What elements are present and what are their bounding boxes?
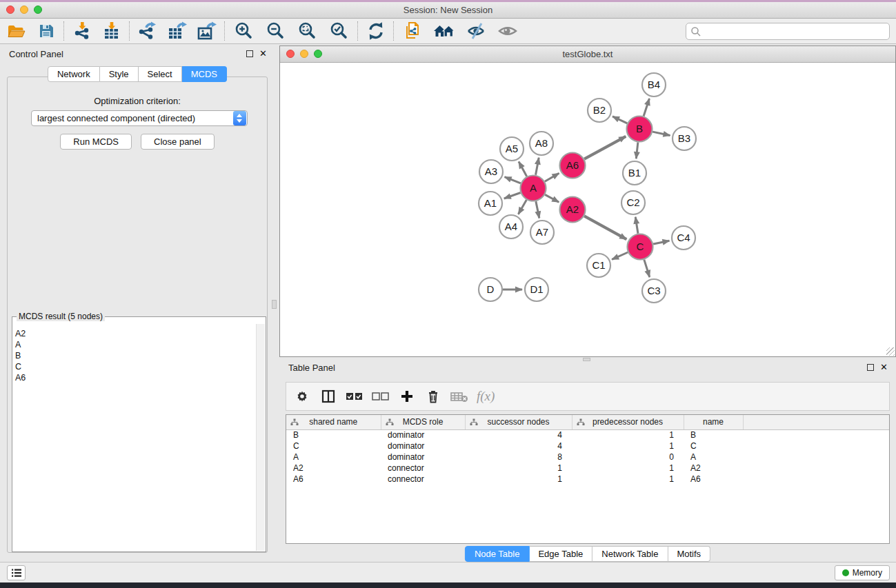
- graph-edge-A-A3[interactable]: [505, 177, 521, 183]
- cell-shared-name[interactable]: C: [286, 440, 381, 452]
- network-graph[interactable]: B4B2BB3A5A8A6B1A3AC2A1A2A4A7C4CC1C3DD1: [280, 63, 895, 356]
- select-all-icon[interactable]: [341, 385, 368, 408]
- tab-style[interactable]: Style: [100, 66, 139, 82]
- graph-edge-B-B2[interactable]: [613, 116, 627, 123]
- table-tab-motifs[interactable]: Motifs: [668, 546, 710, 562]
- graph-edge-A-A6[interactable]: [545, 173, 559, 181]
- cell-predecessor-nodes[interactable]: 1: [572, 474, 684, 485]
- graph-edge-B-B3[interactable]: [653, 132, 670, 135]
- graph-node-C4[interactable]: C4: [672, 226, 695, 250]
- graph-edge-B-B4[interactable]: [644, 99, 649, 116]
- graph-node-B1[interactable]: B1: [623, 161, 646, 185]
- cell-successor-nodes[interactable]: 8: [465, 452, 572, 463]
- criterion-dropdown[interactable]: largest connected component (directed): [31, 110, 248, 126]
- graph-node-C2[interactable]: C2: [621, 191, 645, 214]
- graph-edge-C-C1[interactable]: [612, 252, 628, 259]
- cell-MCDS-role[interactable]: dominator: [381, 440, 465, 452]
- float-panel-icon[interactable]: [246, 50, 253, 57]
- search-box[interactable]: [686, 23, 890, 40]
- zoom-out-icon[interactable]: [259, 21, 291, 41]
- mcds-result-item[interactable]: A2: [15, 328, 266, 339]
- graph-edge-A2-C[interactable]: [584, 216, 626, 239]
- save-session-icon[interactable]: [31, 21, 61, 41]
- table-row[interactable]: A2connector11A2: [286, 463, 889, 474]
- table-tab-network-table[interactable]: Network Table: [593, 546, 668, 562]
- cell-successor-nodes[interactable]: 1: [465, 474, 572, 485]
- run-mcds-button[interactable]: Run MCDS: [60, 134, 132, 150]
- cell-name[interactable]: C: [684, 440, 743, 452]
- table-row[interactable]: Bdominator41B: [286, 429, 889, 440]
- table-tab-edge-table[interactable]: Edge Table: [529, 546, 593, 562]
- memory-button[interactable]: Memory: [835, 565, 890, 580]
- graph-edge-A-A1[interactable]: [504, 193, 521, 199]
- column-header-successor-nodes[interactable]: successor nodes: [465, 415, 572, 429]
- delete-table-icon[interactable]: [446, 385, 472, 408]
- cell-name[interactable]: B: [684, 429, 743, 440]
- show-all-icon[interactable]: [492, 21, 524, 41]
- cell-shared-name[interactable]: B: [286, 429, 381, 440]
- cell-predecessor-nodes[interactable]: 0: [572, 452, 684, 463]
- graph-node-A8[interactable]: A8: [530, 132, 553, 155]
- add-column-icon[interactable]: [394, 385, 420, 408]
- graph-edge-A-A5[interactable]: [519, 161, 527, 176]
- graph-node-C1[interactable]: C1: [587, 254, 610, 277]
- search-input[interactable]: [701, 25, 889, 39]
- column-header-name[interactable]: name: [684, 415, 743, 429]
- table-row[interactable]: Cdominator41C: [286, 440, 889, 452]
- close-panel-icon[interactable]: ✕: [259, 50, 267, 58]
- open-file-icon[interactable]: [1, 21, 31, 41]
- column-header-predecessor-nodes[interactable]: predecessor nodes: [572, 415, 684, 429]
- graph-node-D1[interactable]: D1: [525, 278, 548, 301]
- graph-edge-A-A4[interactable]: [518, 200, 526, 214]
- zoom-selected-icon[interactable]: [323, 21, 355, 41]
- select-columns-icon[interactable]: [315, 385, 341, 408]
- zoom-fit-icon[interactable]: [291, 21, 323, 41]
- import-network-icon[interactable]: [67, 21, 97, 41]
- delete-column-icon[interactable]: [420, 385, 446, 408]
- apply-layout-icon[interactable]: [361, 21, 390, 41]
- cell-MCDS-role[interactable]: connector: [381, 463, 465, 474]
- tab-network[interactable]: Network: [48, 66, 100, 82]
- graph-node-B[interactable]: B: [627, 116, 653, 142]
- first-neighbors-icon[interactable]: [428, 21, 460, 41]
- graph-edge-A-A8[interactable]: [536, 158, 539, 175]
- graph-edge-C-C4[interactable]: [653, 241, 669, 244]
- export-image-icon[interactable]: [192, 21, 221, 41]
- hide-selected-icon[interactable]: [460, 21, 492, 41]
- deselect-all-icon[interactable]: [368, 385, 394, 408]
- graph-node-A4[interactable]: A4: [499, 215, 523, 239]
- graph-node-A3[interactable]: A3: [479, 160, 503, 183]
- graph-edge-B-B1[interactable]: [636, 142, 638, 159]
- cell-name[interactable]: A2: [684, 463, 743, 474]
- graph-node-B4[interactable]: B4: [642, 73, 666, 97]
- float-table-panel-icon[interactable]: [867, 364, 874, 371]
- cell-predecessor-nodes[interactable]: 1: [572, 429, 684, 440]
- zoom-window-button[interactable]: [34, 6, 42, 14]
- table-row[interactable]: Adominator80A: [286, 452, 889, 463]
- close-window-button[interactable]: [6, 6, 14, 14]
- tab-select[interactable]: Select: [139, 66, 182, 82]
- graph-node-A[interactable]: A: [521, 176, 546, 201]
- mcds-result-item[interactable]: A: [15, 339, 266, 350]
- graph-node-C3[interactable]: C3: [642, 279, 666, 303]
- cell-shared-name[interactable]: A6: [286, 474, 381, 485]
- network-window-titlebar[interactable]: testGlobe.txt: [280, 46, 895, 63]
- cell-predecessor-nodes[interactable]: 1: [572, 463, 684, 474]
- import-table-icon[interactable]: [97, 21, 126, 41]
- mcds-result-scrollbar[interactable]: [256, 324, 265, 551]
- cell-shared-name[interactable]: A2: [286, 463, 381, 474]
- cell-successor-nodes[interactable]: 4: [465, 440, 572, 452]
- network-zoom-button[interactable]: [314, 50, 322, 58]
- close-table-panel-icon[interactable]: ✕: [880, 363, 888, 372]
- function-builder-icon[interactable]: f(x): [477, 389, 495, 404]
- graph-node-A5[interactable]: A5: [500, 137, 524, 161]
- mcds-result-item[interactable]: A6: [15, 372, 266, 383]
- cell-MCDS-role[interactable]: dominator: [381, 452, 465, 463]
- column-header-shared-name[interactable]: shared name: [286, 415, 381, 429]
- mcds-result-item[interactable]: C: [15, 361, 266, 372]
- network-resize-grip[interactable]: [886, 347, 895, 356]
- cell-successor-nodes[interactable]: 4: [465, 429, 572, 440]
- mcds-result-item[interactable]: B: [15, 350, 266, 361]
- network-minimize-button[interactable]: [300, 50, 308, 58]
- tab-mcds[interactable]: MCDS: [182, 66, 227, 82]
